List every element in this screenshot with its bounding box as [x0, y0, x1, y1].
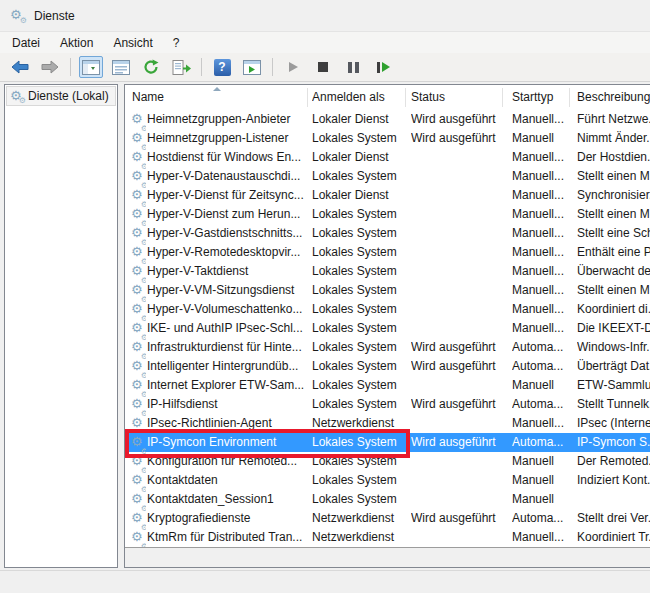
cell-desc: Enthält eine P...	[577, 243, 650, 262]
menu-datei[interactable]: Datei	[2, 34, 50, 52]
menu-aktion[interactable]: Aktion	[50, 34, 103, 52]
cell-status	[411, 281, 510, 300]
cell-logon: Lokales System	[312, 319, 409, 338]
cell-desc: Stellt drei Ver...	[577, 509, 650, 528]
console-tree-toggle-button[interactable]	[79, 56, 103, 78]
service-row[interactable]: ⚙⚙IKE- und AuthIP IPsec-Schl...Lokales S…	[125, 319, 650, 338]
column-divider[interactable]	[502, 88, 503, 107]
back-button[interactable]	[8, 56, 32, 78]
service-rows: ⚙⚙Heimnetzgruppen-AnbieterLokaler Dienst…	[125, 110, 650, 547]
service-row[interactable]: ⚙⚙Hostdienst für Windows En...Lokaler Di…	[125, 148, 650, 167]
service-row[interactable]: ⚙⚙Internet Explorer ETW-Sam...Lokales Sy…	[125, 376, 650, 395]
cell-name: Hyper-V-Remotedesktopvir...	[147, 243, 310, 262]
service-row[interactable]: ⚙⚙Infrastrukturdienst für Hinte...Lokale…	[125, 338, 650, 357]
cell-name: IPsec-Richtlinien-Agent	[147, 414, 310, 433]
column-divider[interactable]	[307, 88, 308, 107]
cell-logon: Lokales System	[312, 300, 409, 319]
cell-name: Hyper-V-Dienst für Zeitsync...	[147, 186, 310, 205]
refresh-icon	[143, 59, 159, 75]
cell-status	[411, 167, 510, 186]
menu-help[interactable]: ?	[163, 34, 190, 52]
cell-name: Hyper-V-Volumeschattenko...	[147, 300, 310, 319]
cell-status	[411, 300, 510, 319]
cell-logon: Netzwerkdienst	[312, 528, 409, 547]
cell-logon: Netzwerkdienst	[312, 414, 409, 433]
properties-button[interactable]	[109, 56, 133, 78]
column-header-anmelden-als[interactable]: Anmelden als	[312, 85, 405, 110]
cell-desc: Die IKEEXT-Di...	[577, 319, 650, 338]
service-row[interactable]: ⚙⚙Intelligenter Hintergrundüb...Lokales …	[125, 357, 650, 376]
cell-start: Manuell...	[512, 300, 575, 319]
service-row[interactable]: ⚙⚙Konfiguration für Remoted...Lokales Sy…	[125, 452, 650, 471]
service-row[interactable]: ⚙⚙Hyper-V-Remotedesktopvir...Lokales Sys…	[125, 243, 650, 262]
cell-status	[411, 452, 510, 471]
export-list-button[interactable]	[169, 56, 193, 78]
service-row[interactable]: ⚙⚙KryptografiediensteNetzwerkdienstWird …	[125, 509, 650, 528]
cell-status: Wird ausgeführt	[411, 395, 510, 414]
service-row[interactable]: ⚙⚙Kontaktdaten_Session1Lokales SystemMan…	[125, 490, 650, 509]
service-row[interactable]: ⚙⚙IP-Symcon EnvironmentLokales SystemWir…	[125, 433, 650, 452]
cell-logon: Lokales System	[312, 452, 409, 471]
refresh-button[interactable]	[139, 56, 163, 78]
cell-start: Manuell...	[512, 224, 575, 243]
cell-status: Wird ausgeführt	[411, 338, 510, 357]
cell-start: Automa...	[512, 338, 575, 357]
cell-logon: Lokales System	[312, 281, 409, 300]
column-header-starttyp[interactable]: Starttyp	[512, 85, 568, 110]
cell-name: IP-Symcon Environment	[147, 433, 310, 452]
cell-status	[411, 205, 510, 224]
service-row[interactable]: ⚙⚙Heimnetzgruppen-AnbieterLokaler Dienst…	[125, 110, 650, 129]
pause-service-button[interactable]	[341, 56, 365, 78]
service-row[interactable]: ⚙⚙IPsec-Richtlinien-AgentNetzwerkdienstM…	[125, 414, 650, 433]
cell-logon: Lokales System	[312, 395, 409, 414]
cell-status	[411, 414, 510, 433]
menu-ansicht[interactable]: Ansicht	[103, 34, 162, 52]
cell-logon: Lokaler Dienst	[312, 110, 409, 129]
cell-desc	[577, 490, 650, 509]
service-row[interactable]: ⚙⚙Hyper-V-VM-SitzungsdienstLokales Syste…	[125, 281, 650, 300]
cell-start: Manuell	[512, 490, 575, 509]
service-row[interactable]: ⚙⚙Hyper-V-Dienst zum Herun...Lokales Sys…	[125, 205, 650, 224]
resume-service-button[interactable]	[371, 56, 395, 78]
window-title: Dienste	[34, 9, 75, 23]
service-row[interactable]: ⚙⚙Hyper-V-Gastdienstschnitts...Lokales S…	[125, 224, 650, 243]
cell-desc: Stellt einen M...	[577, 205, 650, 224]
cell-name: Hyper-V-Datenaustauschdi...	[147, 167, 310, 186]
cell-logon: Lokales System	[312, 338, 409, 357]
forward-button[interactable]	[38, 56, 62, 78]
service-row[interactable]: ⚙⚙Hyper-V-Datenaustauschdi...Lokales Sys…	[125, 167, 650, 186]
service-row[interactable]: ⚙⚙Hyper-V-TaktdienstLokales SystemManuel…	[125, 262, 650, 281]
service-row[interactable]: ⚙⚙KtmRm für Distributed Tran...Netzwerkd…	[125, 528, 650, 547]
help-button[interactable]: ?	[210, 56, 234, 78]
cell-desc: Überträgt Dat...	[577, 357, 650, 376]
cell-desc: Führt Netzwe...	[577, 110, 650, 129]
cell-status	[411, 490, 510, 509]
back-arrow-icon	[11, 60, 29, 74]
cell-start: Automa...	[512, 395, 575, 414]
cell-logon: Lokales System	[312, 224, 409, 243]
cell-name: Infrastrukturdienst für Hinte...	[147, 338, 310, 357]
service-row[interactable]: ⚙⚙Hyper-V-Dienst für Zeitsync...Lokaler …	[125, 186, 650, 205]
column-divider[interactable]	[569, 88, 570, 107]
cell-name: Kryptografiedienste	[147, 509, 310, 528]
start-service-button[interactable]	[281, 56, 305, 78]
column-divider[interactable]	[405, 88, 406, 107]
stop-service-button[interactable]	[311, 56, 335, 78]
cell-start: Manuell...	[512, 281, 575, 300]
column-header-beschreibung[interactable]: Beschreibung	[577, 85, 650, 110]
show-play-window-button[interactable]	[240, 56, 264, 78]
cell-status	[411, 186, 510, 205]
tree-item-dienste-lokal[interactable]: ⚙⚙ Dienste (Lokal)	[6, 86, 116, 106]
toolbar: ?	[0, 53, 650, 82]
cell-status: Wird ausgeführt	[411, 433, 510, 452]
cell-logon: Lokales System	[312, 243, 409, 262]
column-header-status[interactable]: Status	[411, 85, 501, 110]
cell-start: Manuell...	[512, 262, 575, 281]
cell-logon: Lokales System	[312, 433, 409, 452]
service-row[interactable]: ⚙⚙Hyper-V-Volumeschattenko...Lokales Sys…	[125, 300, 650, 319]
service-row[interactable]: ⚙⚙Heimnetzgruppen-ListenerLokales System…	[125, 129, 650, 148]
service-row[interactable]: ⚙⚙KontaktdatenLokales SystemManuellIndiz…	[125, 471, 650, 490]
service-row[interactable]: ⚙⚙IP-HilfsdienstLokales SystemWird ausge…	[125, 395, 650, 414]
cell-status	[411, 471, 510, 490]
cell-desc: Windows-Infr...	[577, 338, 650, 357]
